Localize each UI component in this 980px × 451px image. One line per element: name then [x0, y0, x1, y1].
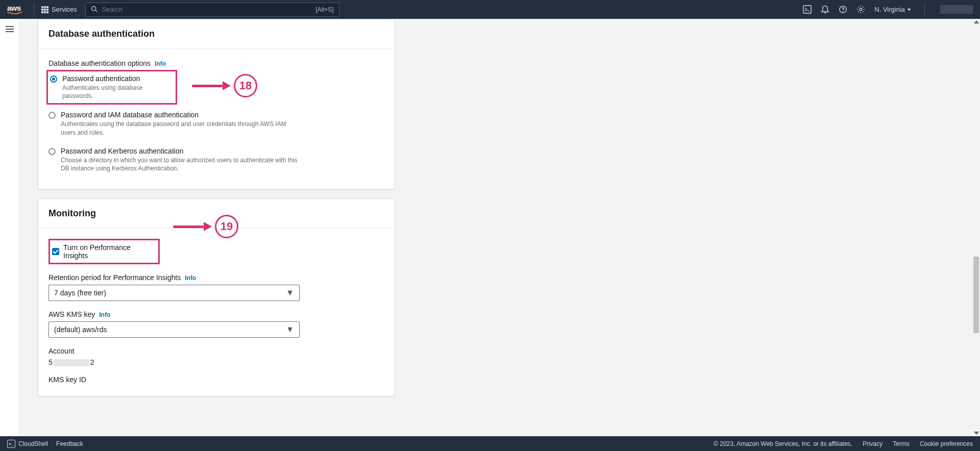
region-label: N. Virginia — [874, 6, 905, 13]
settings-icon[interactable] — [856, 5, 865, 14]
nav-divider — [924, 4, 925, 15]
select-value: (default) aws/rds — [54, 325, 107, 334]
kms-key-select[interactable]: (default) aws/rds ▼ — [48, 321, 300, 338]
kms-key-label: AWS KMS key Info — [48, 310, 384, 318]
panel-title: Monitoring — [48, 208, 384, 219]
retention-select[interactable]: 7 days (free tier) ▼ — [48, 285, 300, 301]
info-link[interactable]: Info — [155, 60, 166, 67]
radio-password-auth[interactable]: Password authentication Authenticates us… — [46, 70, 177, 105]
radio-input[interactable] — [48, 112, 56, 119]
radio-desc: Authenticates using database passwords. — [62, 84, 170, 100]
monitoring-panel: Monitoring Turn on Performance Insights … — [38, 198, 395, 396]
svg-point-6 — [843, 11, 844, 12]
radio-desc: Choose a directory in which you want to … — [61, 156, 301, 172]
checkbox-label: Turn on Performance Insights — [63, 243, 154, 260]
auth-radio-group: Password authentication Authenticates us… — [48, 70, 384, 179]
svg-point-0 — [91, 6, 95, 10]
side-nav-collapsed — [0, 19, 19, 436]
grid-icon — [41, 6, 48, 13]
search-shortcut: [Alt+S] — [315, 6, 334, 13]
scroll-down-arrow-icon[interactable] — [974, 432, 979, 435]
caret-down-icon — [907, 9, 911, 11]
services-menu-button[interactable]: Services — [38, 4, 80, 15]
main-layout: Database authentication Database authent… — [0, 19, 980, 436]
radio-label: Password and IAM database authentication — [61, 111, 301, 119]
aws-logo-text: aws — [7, 4, 21, 12]
radio-input[interactable] — [48, 148, 56, 155]
form-content: Database authentication Database authent… — [19, 19, 980, 436]
info-link[interactable]: Info — [185, 274, 196, 282]
chevron-down-icon: ▼ — [286, 325, 294, 334]
scrollbar-thumb[interactable] — [973, 257, 979, 333]
redacted-block — [54, 359, 89, 366]
kms-key-id-label: KMS key ID — [48, 375, 384, 384]
search-icon — [91, 6, 97, 14]
scrollbar-track[interactable] — [972, 19, 980, 436]
privacy-link[interactable]: Privacy — [863, 440, 883, 447]
radio-desc: Authenticates using the database passwor… — [61, 120, 301, 136]
footer-bar: >_ CloudShell Feedback © 2023, Amazon We… — [0, 436, 980, 451]
top-nav: aws Services [Alt+S] N. Virginia — [0, 0, 980, 19]
aws-logo[interactable]: aws — [7, 4, 22, 15]
chevron-down-icon: ▼ — [286, 288, 294, 297]
retention-label: Retention period for Performance Insight… — [48, 273, 384, 282]
cookie-prefs-link[interactable]: Cookie preferences — [920, 440, 973, 447]
account-value: 52 — [48, 358, 384, 366]
radio-password-kerberos-auth[interactable]: Password and Kerberos authentication Cho… — [48, 143, 384, 179]
auth-options-label: Database authentication options Info — [48, 59, 384, 67]
nav-divider — [34, 4, 34, 15]
performance-insights-checkbox-row[interactable]: Turn on Performance Insights — [48, 239, 160, 264]
radio-input[interactable] — [50, 76, 57, 83]
cloudshell-icon[interactable] — [803, 5, 812, 14]
feedback-link[interactable]: Feedback — [56, 440, 83, 447]
services-label: Services — [52, 6, 77, 13]
info-link[interactable]: Info — [99, 311, 110, 318]
region-selector[interactable]: N. Virginia — [874, 6, 911, 13]
svg-point-7 — [860, 8, 862, 11]
help-icon[interactable] — [839, 5, 847, 14]
notifications-icon[interactable] — [821, 5, 829, 14]
search-input[interactable] — [102, 6, 315, 13]
aws-smile-icon — [7, 12, 22, 15]
side-nav-toggle[interactable] — [6, 26, 14, 32]
terms-link[interactable]: Terms — [893, 440, 910, 447]
cloudshell-label: CloudShell — [18, 440, 48, 447]
cloudshell-button[interactable]: >_ CloudShell — [7, 440, 48, 448]
panel-title: Database authentication — [48, 29, 384, 39]
svg-line-1 — [95, 10, 97, 11]
global-search[interactable]: [Alt+S] — [85, 3, 339, 17]
database-authentication-panel: Database authentication Database authent… — [38, 19, 395, 189]
copyright-text: © 2023, Amazon Web Services, Inc. or its… — [714, 440, 852, 447]
account-menu[interactable] — [940, 5, 973, 14]
radio-password-iam-auth[interactable]: Password and IAM database authentication… — [48, 107, 384, 142]
select-value: 7 days (free tier) — [54, 289, 106, 297]
account-label: Account — [48, 347, 384, 355]
cloudshell-icon: >_ — [7, 440, 15, 448]
radio-label: Password and Kerberos authentication — [61, 147, 301, 155]
checkbox-input[interactable] — [52, 248, 59, 255]
radio-label: Password authentication — [62, 74, 170, 83]
scroll-up-arrow-icon[interactable] — [974, 20, 979, 23]
